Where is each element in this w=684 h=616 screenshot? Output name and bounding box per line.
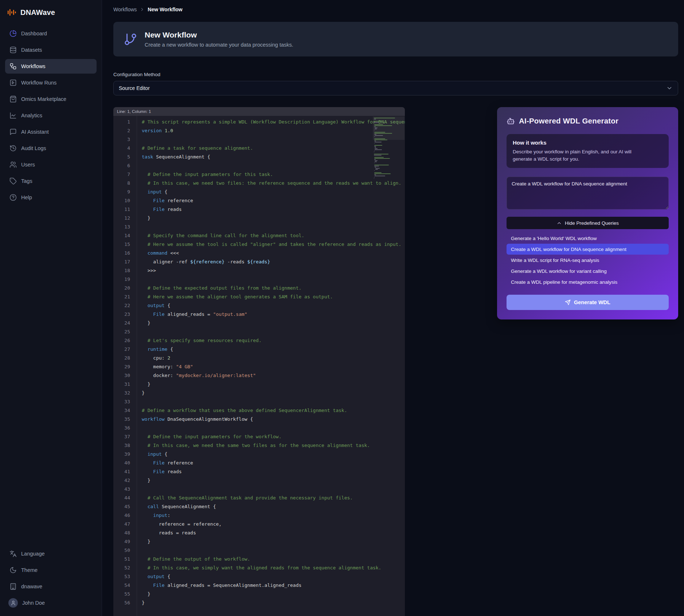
line-number: 50 [113, 546, 137, 555]
help-circle-icon [9, 194, 17, 201]
line-content [137, 424, 405, 432]
sidebar-item-users[interactable]: Users [5, 157, 97, 172]
sidebar-item-workflow-runs[interactable]: Workflow Runs [5, 75, 97, 90]
database-icon [9, 46, 17, 54]
line-content: # This script represents a simple WDL (W… [137, 118, 405, 126]
editor-minimap[interactable] [374, 118, 400, 179]
editor-cursor-position: Line: 1, Column: 1 [113, 107, 405, 116]
minimap-line [374, 152, 374, 152]
wdl-source-editor[interactable]: Line: 1, Column: 1 1# This script repres… [113, 107, 405, 616]
sidebar-item-dashboard[interactable]: Dashboard [5, 26, 97, 41]
sidebar-item-datasets[interactable]: Datasets [5, 43, 97, 57]
code-line: 47 reference = reference, [113, 520, 405, 529]
line-content [137, 397, 405, 406]
predefined-query[interactable]: Write a WDL script for RNA-seq analysis [507, 255, 669, 266]
predefined-queries-list: Generate a 'Hello World' WDL workflowCre… [507, 233, 669, 287]
line-chart-icon [9, 112, 17, 119]
sidebar-item-label: Audit Logs [21, 145, 46, 151]
line-content: # Define the input parameters for this t… [137, 170, 405, 179]
sidebar-item-label: Language [21, 551, 45, 557]
line-number: 45 [113, 502, 137, 511]
sidebar-item-theme[interactable]: Theme [5, 563, 97, 577]
tag-icon [9, 177, 17, 185]
line-number: 24 [113, 319, 137, 327]
code-line: 8 # In this case, we need two files: the… [113, 179, 405, 188]
sidebar-item-ai-assistant[interactable]: AI Assistant [5, 125, 97, 139]
sidebar-item-label: Workflows [21, 63, 46, 69]
sidebar-item-audit-logs[interactable]: Audit Logs [5, 141, 97, 156]
line-number: 17 [113, 258, 137, 266]
chevron-up-icon [556, 220, 562, 226]
predefined-query[interactable]: Create a WDL pipeline for metagenomic an… [507, 276, 669, 287]
pie-chart-icon [9, 30, 17, 37]
app-logo[interactable]: DNAWave [5, 7, 97, 17]
editor-code-area[interactable]: 1# This script represents a simple WDL (… [113, 116, 405, 616]
sidebar-item-workflows[interactable]: Workflows [5, 59, 97, 74]
line-number: 30 [113, 371, 137, 380]
predefined-query[interactable]: Generate a WDL workflow for variant call… [507, 266, 669, 276]
page-subtitle: Create a new workflow to automate your d… [145, 42, 293, 48]
minimap-line [375, 168, 380, 169]
sidebar-item-john-doe[interactable]: John Doe [5, 596, 97, 610]
generate-wdl-button[interactable]: Generate WDL [507, 295, 669, 310]
line-content: cpu: 2 [137, 354, 405, 362]
workflow-branch-icon [124, 32, 137, 46]
sidebar-footer: LanguageThemednawaveJohn Doe [5, 546, 97, 610]
sidebar-item-language[interactable]: Language [5, 546, 97, 561]
minimap-viewport [373, 117, 404, 140]
line-number: 10 [113, 196, 137, 205]
sidebar-item-dnawave[interactable]: dnawave [5, 579, 97, 594]
minimap-line [374, 157, 384, 158]
predefined-query[interactable]: Generate a 'Hello World' WDL workflow [507, 233, 669, 244]
sidebar-item-omics-marketplace[interactable]: Omics Marketplace [5, 92, 97, 106]
hide-predefined-queries-toggle[interactable]: Hide Predefined Queries [507, 217, 669, 229]
line-number: 51 [113, 555, 137, 564]
code-line: 12 } [113, 214, 405, 223]
minimap-line [374, 138, 385, 139]
line-content: } [137, 590, 405, 599]
line-content: >>> [137, 266, 405, 275]
code-line: 49 } [113, 537, 405, 546]
predefined-query-selected[interactable]: Create a WDL workflow for DNA sequence a… [507, 244, 669, 255]
code-line: 32} [113, 389, 405, 397]
code-line: 16 command <<< [113, 249, 405, 258]
page-title: New Workflow [145, 31, 293, 39]
code-line: 55 } [113, 590, 405, 599]
code-line: 20 # Define the expected output files fr… [113, 284, 405, 293]
sidebar-item-analytics[interactable]: Analytics [5, 108, 97, 123]
sidebar-item-label: Users [21, 162, 35, 168]
how-it-works-box: How it works Describe your workflow in p… [507, 134, 669, 168]
line-content: # Define the expected output files from … [137, 284, 405, 293]
minimap-line [374, 134, 376, 135]
how-it-works-body: Describe your workflow in plain English,… [513, 148, 648, 162]
minimap-line [375, 127, 378, 128]
config-method-select[interactable]: Source Editor [113, 81, 678, 95]
line-number: 21 [113, 293, 137, 301]
line-content: output { [137, 572, 405, 581]
breadcrumb-workflows-link[interactable]: Workflows [113, 7, 137, 12]
page-header-text: New Workflow Create a new workflow to au… [145, 31, 293, 48]
line-content [137, 327, 405, 336]
code-line: 52 # In this case, we simply want the al… [113, 564, 405, 572]
line-number: 18 [113, 266, 137, 275]
sidebar-item-help[interactable]: Help [5, 190, 97, 205]
line-content: # Here we assume the aligner tool genera… [137, 293, 405, 301]
code-line: 35workflow DnaSequenceAlignmentWorkflow … [113, 415, 405, 424]
line-content: # Define the output of the workflow. [137, 555, 405, 564]
minimap-line [374, 162, 375, 163]
line-number: 6 [113, 161, 137, 170]
line-content: input: [137, 511, 405, 520]
code-line: 18 >>> [113, 266, 405, 275]
line-number: 42 [113, 476, 137, 485]
code-line: 33 [113, 397, 405, 406]
minimap-line [374, 173, 391, 174]
minimap-line [374, 166, 379, 166]
line-number: 11 [113, 205, 137, 214]
sidebar-item-tags[interactable]: Tags [5, 174, 97, 188]
line-content: # In this case, we simply want the align… [137, 564, 405, 572]
line-number: 27 [113, 345, 137, 354]
prompt-textarea[interactable]: Create a WDL workflow for DNA sequence a… [507, 177, 669, 209]
play-square-icon [9, 79, 17, 86]
line-content: memory: "4 GB" [137, 362, 405, 371]
code-line: 27 runtime { [113, 345, 405, 354]
